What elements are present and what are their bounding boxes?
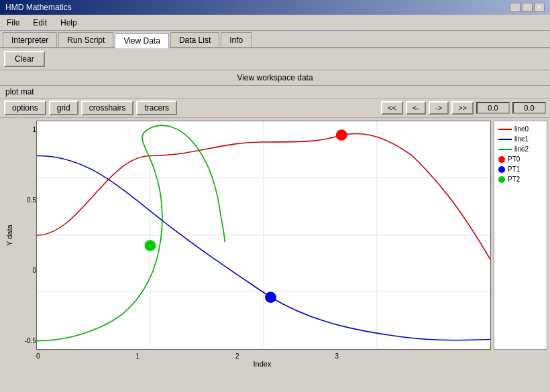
y-axis-label: Y data [3,121,16,350]
y-tick-05: 0.5 [16,196,36,204]
legend-line2-color [498,149,512,150]
tab-view-data[interactable]: View Data [115,34,168,48]
crosshairs-button[interactable]: crosshairs [81,101,134,115]
menu-edit[interactable]: Edit [26,17,54,29]
legend-pt0-dot [498,156,505,163]
legend-line1-label: line1 [514,135,529,143]
legend-line0: line0 [498,125,543,133]
plot-title: plot mat [0,86,550,99]
title-bar-buttons: _ □ ✕ [510,3,545,12]
legend-line0-label: line0 [514,125,529,133]
nav-next-button[interactable]: -> [429,101,449,115]
x-axis-label: Index [34,360,491,368]
legend-line2: line2 [498,145,543,153]
tab-data-list[interactable]: Data List [170,32,219,47]
window-title: HMD Mathematics [5,3,72,12]
legend-pt0-label: PT0 [508,155,520,163]
legend-pt1-dot [498,166,505,173]
close-button[interactable]: ✕ [534,3,545,12]
menu-file[interactable]: File [0,17,26,29]
workspace-label: View workspace data [0,70,550,86]
legend-pt2-dot [498,176,505,183]
legend: line0 line1 line2 PT0 PT1 PT2 [494,121,547,350]
tab-interpreter[interactable]: Interpreter [3,32,57,47]
legend-line2-label: line2 [514,145,529,153]
tracers-button[interactable]: tracers [136,101,177,115]
toolbar: Clear [0,48,550,70]
coord-x: 0.0 [476,102,510,114]
options-button[interactable]: options [4,101,46,115]
x-tick-3: 3 [335,352,339,360]
pt2-dot [145,240,156,251]
grid-button[interactable]: grid [49,101,78,115]
chart-svg [37,121,490,349]
legend-pt2-label: PT2 [508,176,520,183]
legend-pt2: PT2 [498,176,543,183]
plot-controls: options grid crosshairs tracers << <- ->… [0,99,550,118]
chart-container[interactable] [36,121,491,350]
legend-pt1-label: PT1 [508,166,520,173]
legend-pt1: PT1 [498,166,543,173]
x-tick-1: 1 [136,352,140,360]
x-axis-ticks: 0 1 2 3 [34,352,491,360]
y-axis-ticks: 1 0.5 0 -0.5 [16,121,36,350]
legend-line0-color [498,129,512,130]
legend-pt0: PT0 [498,155,543,163]
tab-info[interactable]: Info [221,32,252,47]
coord-y: 0.0 [512,102,546,114]
tabs-row: Interpreter Run Script View Data Data Li… [0,31,550,48]
clear-button[interactable]: Clear [4,51,45,67]
pt1-dot [265,291,276,302]
legend-line1: line1 [498,135,543,143]
x-tick-0: 0 [36,352,40,360]
nav-last-button[interactable]: >> [451,101,474,115]
tab-run-script[interactable]: Run Script [58,32,113,47]
y-tick-neg05: -0.5 [16,337,36,344]
menu-bar: File Edit Help [0,15,550,31]
x-tick-2: 2 [235,352,239,360]
maximize-button[interactable]: □ [522,3,533,12]
nav-first-button[interactable]: << [381,101,403,115]
y-tick-1: 1 [16,126,36,133]
pt0-dot [336,129,347,140]
nav-prev-button[interactable]: <- [406,101,426,115]
plot-area: Y data 1 0.5 0 -0.5 [0,118,550,352]
legend-line1-color [498,139,512,140]
minimize-button[interactable]: _ [510,3,520,12]
title-bar: HMD Mathematics _ □ ✕ [0,0,550,15]
menu-help[interactable]: Help [54,17,84,29]
y-tick-0: 0 [16,267,36,274]
